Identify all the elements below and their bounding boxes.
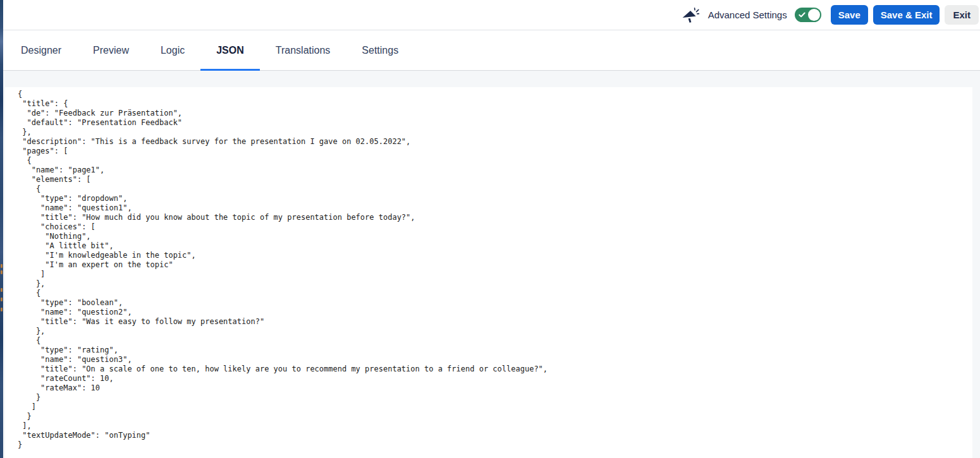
tab-logic[interactable]: Logic	[145, 30, 200, 70]
edge-mark	[1, 308, 3, 311]
megaphone-icon[interactable]	[681, 6, 700, 25]
edge-mark	[1, 270, 3, 274]
json-code[interactable]: { "title": { "de": "Feedback zur Präsent…	[5, 87, 972, 450]
tab-preview[interactable]: Preview	[77, 30, 145, 70]
save-button[interactable]: Save	[831, 5, 868, 25]
check-icon	[799, 11, 805, 18]
tab-designer[interactable]: Designer	[5, 30, 77, 70]
edge-mark	[1, 298, 3, 301]
json-editor: { "title": { "de": "Feedback zur Präsent…	[5, 87, 972, 458]
advanced-settings-toggle[interactable]	[795, 8, 821, 22]
tab-bar: DesignerPreviewLogicJSONTranslationsSett…	[3, 30, 980, 71]
content-area: { "title": { "de": "Feedback zur Präsent…	[3, 71, 980, 458]
edge-mark	[1, 288, 3, 292]
exit-button[interactable]: Exit	[945, 5, 979, 25]
tab-translations[interactable]: Translations	[260, 30, 346, 70]
top-action-bar: Advanced Settings Save Save & Exit Exit	[3, 0, 980, 30]
advanced-settings-label: Advanced Settings	[708, 9, 787, 20]
tab-json[interactable]: JSON	[200, 30, 260, 70]
window-edge-strip	[0, 0, 3, 458]
save-and-exit-button[interactable]: Save & Exit	[873, 5, 940, 25]
toggle-knob	[808, 9, 820, 21]
tab-settings[interactable]: Settings	[346, 30, 414, 70]
edge-mark	[1, 264, 3, 268]
